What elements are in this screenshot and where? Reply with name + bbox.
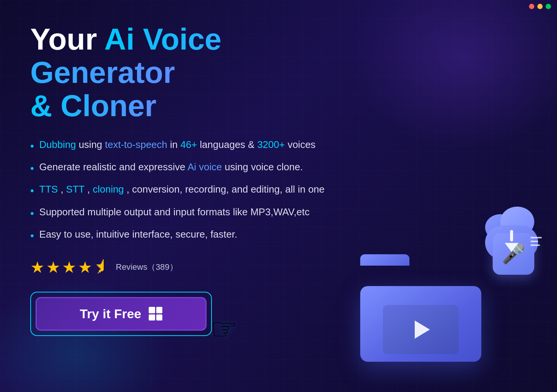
feature-3-stt: STT — [66, 184, 85, 195]
reviews-label: Reviews（389） — [116, 261, 178, 273]
star-4: ★ — [78, 258, 92, 277]
feature-text-4: Supported multiple output and input form… — [39, 205, 310, 219]
bullet-4: • — [30, 206, 34, 221]
maximize-button[interactable] — [546, 4, 551, 9]
content-left: Your Ai Voice Generator & Cloner • Dubbi… — [30, 23, 352, 336]
folder-body — [360, 286, 481, 362]
window-controls — [529, 4, 551, 9]
cursor-hand-icon: ☞ — [210, 312, 238, 346]
feature-2-ai-voice: Ai voice — [187, 161, 222, 173]
arrow-down — [505, 243, 518, 252]
sound-waves — [531, 237, 542, 246]
wave-3 — [531, 244, 540, 246]
star-3: ★ — [62, 258, 76, 277]
star-5-half: ⯨ — [94, 258, 110, 277]
feature-1-langs: 46+ — [180, 139, 197, 150]
bullet-3: • — [30, 183, 34, 198]
star-1: ★ — [30, 258, 45, 277]
close-button[interactable] — [529, 4, 534, 9]
feature-1-dubbing: Dubbing — [39, 139, 76, 150]
play-icon — [415, 320, 430, 339]
main-container: Your Ai Voice Generator & Cloner • Dubbi… — [0, 0, 557, 392]
feature-1-tts: text-to-speech — [105, 139, 167, 150]
feature-text-3: TTS , STT , cloning , conversion, record… — [39, 182, 325, 196]
cursor-wrapper: ☞ — [210, 311, 238, 347]
feature-item-4: • Supported multiple output and input fo… — [30, 205, 352, 221]
feature-3-tts: TTS — [39, 184, 58, 195]
headline: Your Ai Voice Generator & Cloner — [30, 23, 352, 123]
illustration-right: 🎤 — [353, 218, 534, 369]
minimize-button[interactable] — [537, 4, 543, 9]
cloud-illustration — [478, 207, 546, 260]
feature-text-5: Easy to use, intuitive interface, secure… — [39, 227, 237, 241]
cta-outer-box: Try it Free ☞ — [30, 292, 212, 336]
cta-button-label: Try it Free — [80, 306, 142, 321]
wave-2 — [531, 241, 538, 242]
feature-text-1: Dubbing using text-to-speech in 46+ lang… — [39, 138, 316, 151]
reviews-section: ★ ★ ★ ★ ⯨ Reviews（389） — [30, 258, 352, 277]
features-list: • Dubbing using text-to-speech in 46+ la… — [30, 138, 352, 243]
headline-suffix: & Cloner — [30, 89, 156, 123]
feature-item-2: • Generate realistic and expressive Ai v… — [30, 160, 352, 176]
feature-item-3: • TTS , STT , cloning , conversion, reco… — [30, 182, 352, 198]
folder-illustration — [360, 263, 481, 362]
bullet-5: • — [30, 228, 34, 243]
folder-inner — [383, 305, 459, 354]
arrow-line — [510, 230, 513, 241]
headline-prefix: Your — [30, 22, 104, 56]
bullet-2: • — [30, 161, 34, 176]
wave-1 — [531, 237, 542, 238]
feature-text-2: Generate realistic and expressive Ai voi… — [39, 160, 303, 174]
star-2: ★ — [46, 258, 61, 277]
feature-3-cloning: cloning — [93, 184, 124, 195]
feature-item-5: • Easy to use, intuitive interface, secu… — [30, 227, 352, 243]
windows-icon — [149, 307, 162, 320]
feature-item-1: • Dubbing using text-to-speech in 46+ la… — [30, 138, 352, 153]
bullet-1: • — [30, 138, 34, 153]
star-rating: ★ ★ ★ ★ ⯨ — [30, 258, 110, 277]
download-arrow — [505, 230, 518, 252]
feature-1-voices: 3200+ — [257, 139, 285, 150]
folder-tab — [360, 254, 409, 266]
try-it-free-button[interactable]: Try it Free — [36, 297, 207, 331]
